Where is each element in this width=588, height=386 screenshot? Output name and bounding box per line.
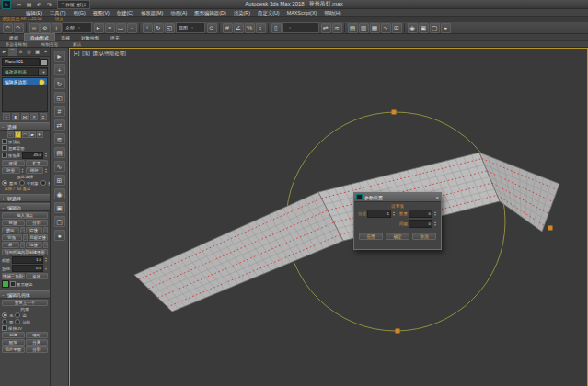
panel-button[interactable]: 分割: [26, 220, 49, 226]
render-setup-tool-icon[interactable]: ▣: [54, 202, 65, 213]
spinner-control[interactable]: ▲▼: [44, 168, 48, 174]
panel-button[interactable]: 切角: [2, 234, 22, 241]
ribbon-panel-label[interactable]: 默认: [73, 41, 81, 48]
subobject-vertex-icon[interactable]: ∵: [7, 131, 14, 138]
create-tab-icon[interactable]: ►: [0, 48, 8, 56]
3dsmax-logo-icon[interactable]: b: [2, 0, 11, 9]
modifier-visibility-icon[interactable]: [39, 79, 45, 85]
frame-tool-icon[interactable]: ▢: [54, 216, 65, 227]
selection-filter-dropdown[interactable]: 全部▼: [63, 22, 92, 33]
undo-icon[interactable]: ↶: [3, 23, 13, 33]
ribbon-tab[interactable]: 选择: [55, 34, 75, 41]
ribbon-tab[interactable]: 建模: [4, 34, 24, 41]
menu-item[interactable]: 编辑(E): [22, 9, 46, 17]
dialog-close-icon[interactable]: ×: [435, 195, 439, 200]
toggle-ribbon-icon[interactable]: ▦: [370, 23, 380, 33]
render-production-icon[interactable]: ●: [441, 23, 451, 33]
panel-button[interactable]: 收缩: [2, 160, 25, 166]
panel-button[interactable]: 环形: [2, 167, 20, 174]
show-end-result-icon[interactable]: ▮: [12, 113, 19, 120]
panel-button[interactable]: 移除: [2, 220, 25, 226]
menu-item[interactable]: MAXScript(X): [283, 9, 321, 17]
panel-radio[interactable]: [2, 180, 7, 186]
panel-button[interactable]: 利用所选内容创建图形: [2, 249, 48, 255]
settings-box-button[interactable]: □: [20, 227, 25, 233]
scale-tool-icon[interactable]: ◱: [54, 92, 65, 103]
unlink-selection-icon[interactable]: ⊘: [40, 23, 51, 33]
panel-button[interactable]: 重复上一个: [2, 300, 48, 306]
dialog-titlebar[interactable]: 参数设置 ×: [354, 193, 441, 202]
utilities-tab-icon[interactable]: ✦: [41, 48, 50, 56]
panel-number-field[interactable]: 0.0: [12, 265, 43, 272]
panel-button[interactable]: 扩大: [26, 160, 49, 166]
dialog-number-field[interactable]: 0: [409, 210, 432, 218]
percent-snap-icon[interactable]: %: [245, 23, 255, 33]
panel-button[interactable]: 连接: [26, 242, 43, 248]
ribbon-tab[interactable]: 对象绘制: [75, 34, 105, 41]
reference-coordinate-dropdown[interactable]: 视图▼: [176, 22, 205, 33]
panel-button[interactable]: 分割: [26, 346, 49, 353]
ribbon-tab[interactable]: 填充: [105, 34, 125, 41]
select-tool-icon[interactable]: ►: [54, 51, 65, 62]
rendered-frame-window-icon[interactable]: ▢: [430, 23, 440, 33]
menu-item[interactable]: 修改器(M): [137, 9, 167, 17]
settings-box-button[interactable]: □: [20, 242, 25, 248]
display-tab-icon[interactable]: ▣: [33, 48, 41, 56]
menu-item[interactable]: 自定义(U): [254, 9, 283, 17]
modify-tab-icon[interactable]: ⌒: [8, 48, 17, 56]
spinner-control[interactable]: ▲▼: [21, 168, 25, 174]
curve-editor-icon[interactable]: ∿: [381, 23, 391, 33]
use-pivot-center-icon[interactable]: ⊙: [207, 23, 217, 33]
panel-checkbox[interactable]: [2, 139, 7, 144]
viewport[interactable]: [+][顶][默认明暗处理] 参数设置 × 设置项 分段1▲▼数量0▲▼间隔0▲…: [69, 48, 588, 386]
panel-checkbox[interactable]: [10, 281, 16, 287]
dialog-button[interactable]: 应用: [359, 233, 383, 240]
mirror-tool-icon[interactable]: ⇄: [54, 119, 65, 131]
spinner-control[interactable]: ▲▼: [44, 266, 48, 271]
object-name-field[interactable]: Plane001: [2, 58, 40, 66]
remove-modifier-icon[interactable]: ✕: [30, 113, 38, 120]
workspace-dropdown[interactable]: 工作区: 默认: [57, 0, 90, 9]
snap-tool-icon[interactable]: #: [54, 106, 65, 117]
rollout-header-edit-edges[interactable]: −编辑边: [0, 203, 50, 211]
panel-button[interactable]: 桥: [2, 242, 19, 248]
panel-number-field[interactable]: 1.0: [12, 256, 43, 264]
angle-snap-icon[interactable]: ∠: [234, 23, 244, 33]
menu-item[interactable]: 渲染(R): [230, 9, 254, 17]
panel-radio[interactable]: [15, 319, 20, 324]
move-tool-icon[interactable]: +: [54, 64, 65, 75]
panel-button[interactable]: 循环: [26, 167, 44, 174]
panel-button[interactable]: 附加: [2, 339, 25, 346]
viewport-menu-pov[interactable]: [顶]: [82, 51, 90, 57]
rollout-header-edit-geometry[interactable]: −编辑几何体: [0, 290, 50, 299]
menu-item[interactable]: 视图(V): [89, 9, 113, 17]
viewport-menu-general[interactable]: [+]: [74, 51, 79, 57]
panel-button[interactable]: 焊接: [26, 227, 43, 233]
spinner-control[interactable]: ▲▼: [433, 221, 437, 227]
panel-button[interactable]: 编辑三角剖分: [2, 273, 25, 279]
select-and-move-icon[interactable]: +: [143, 23, 153, 33]
panel-button[interactable]: 挤出: [2, 227, 19, 233]
material-tool-icon[interactable]: ◉: [54, 188, 65, 199]
panel-button[interactable]: 旋转: [26, 273, 49, 279]
toggle-scene-explorer-icon[interactable]: ▤: [348, 23, 358, 33]
panel-button[interactable]: 目标焊接: [29, 234, 49, 241]
layer-tool-icon[interactable]: ▤: [54, 147, 65, 158]
modifier-list-dropdown[interactable]: 修改器列表 ▼: [2, 67, 48, 76]
align-tool-icon[interactable]: ≋: [54, 133, 65, 144]
spinner-control[interactable]: ▲▼: [392, 211, 396, 217]
hierarchy-tab-icon[interactable]: ⋔: [17, 48, 25, 56]
panel-button[interactable]: 切片平面: [2, 346, 25, 353]
spinner-control[interactable]: ▲▼: [44, 153, 48, 158]
modifier-stack-item[interactable]: 编辑多边形: [3, 78, 47, 85]
panel-checkbox[interactable]: [2, 145, 7, 151]
hard-edge-color-swatch[interactable]: [2, 280, 9, 288]
panel-radio[interactable]: [19, 180, 25, 186]
object-color-swatch[interactable]: [40, 59, 48, 66]
settings-box-button[interactable]: □: [43, 227, 48, 233]
menu-item[interactable]: 工具(T): [46, 9, 70, 17]
dialog-number-field[interactable]: 1: [367, 210, 391, 218]
menu-item[interactable]: 创建(C): [113, 9, 137, 17]
select-and-rotate-icon[interactable]: ↻: [154, 23, 164, 33]
spinner-control[interactable]: ▲▼: [44, 257, 48, 263]
